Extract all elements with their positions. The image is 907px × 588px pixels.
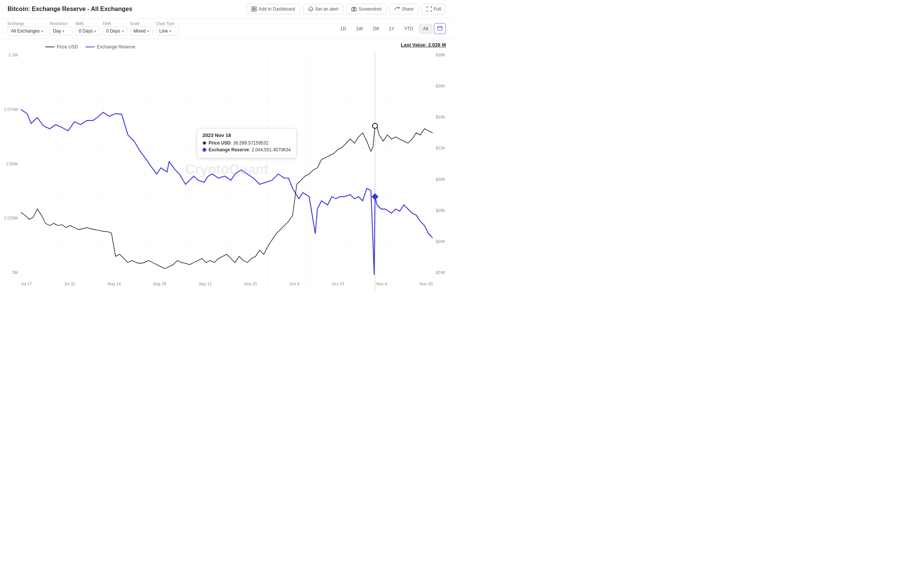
x-label-5: Sep 25	[244, 281, 257, 286]
time-btn-ytd[interactable]: YTD	[400, 24, 418, 34]
chart-type-select[interactable]: Line ▾	[156, 27, 179, 35]
legend-price-label: Price USD	[57, 44, 78, 50]
set-alert-label: Set an alert	[315, 6, 338, 12]
x-label-0: Jul 17	[21, 281, 32, 286]
y-left-label-4: 2M	[12, 270, 18, 275]
header-actions: Add to Dashboard Set an alert Screenshot…	[247, 4, 446, 14]
calendar-button[interactable]	[434, 23, 446, 34]
time-btn-1y[interactable]: 1Y	[385, 24, 399, 34]
controls-bar: Exchange All Exchanges ▾ Resolution Day …	[0, 19, 454, 39]
calendar-icon	[437, 26, 442, 30]
x-label-6: Oct 9	[290, 281, 300, 286]
exchange-chevron-icon: ▾	[41, 29, 43, 33]
ema-label: EMA	[103, 22, 127, 26]
svg-rect-4	[352, 8, 356, 11]
sma-label: SMA	[75, 22, 99, 26]
page-title: Bitcoin: Exchange Reserve - All Exchange…	[8, 6, 132, 13]
exchange-reserve-line-icon	[85, 46, 95, 47]
screenshot-label: Screenshot	[359, 6, 381, 12]
scale-chevron-icon: ▾	[147, 29, 149, 33]
camera-icon	[351, 6, 357, 12]
chart-type-label: Chart Type	[156, 22, 179, 26]
y-right-label-4: $30K	[436, 177, 445, 182]
y-axis-left: 2.1M 2.075M 2.05M 2.025M 2M	[0, 53, 21, 275]
y-left-label-2: 2.05M	[6, 161, 18, 166]
reserve-tooltip-dot	[371, 193, 378, 200]
screenshot-button[interactable]: Screenshot	[346, 4, 386, 14]
chart-area: Price USD Exchange Reserve Last Value: 2…	[0, 39, 454, 288]
y-axis-right: $38K $36K $34K $32K $30K $28K $26K $24K	[433, 53, 454, 275]
set-alert-button[interactable]: Set an alert	[303, 4, 343, 14]
resolution-value: Day	[53, 29, 61, 34]
y-right-label-6: $26K	[436, 239, 445, 244]
chart-type-value: Line	[159, 29, 168, 34]
y-right-label-7: $24K	[436, 270, 445, 275]
ema-select[interactable]: 0 Days ▾	[103, 27, 127, 35]
y-left-label-1: 2.075M	[4, 107, 18, 112]
svg-rect-1	[255, 7, 256, 9]
scale-label: Scale	[130, 22, 153, 26]
exchange-label: Exchange	[8, 22, 46, 26]
x-label-2: Aug 14	[107, 281, 121, 286]
exchange-select[interactable]: All Exchanges ▾	[8, 27, 46, 35]
time-btn-all[interactable]: All	[419, 24, 432, 34]
svg-rect-6	[437, 27, 442, 30]
dashboard-icon	[252, 6, 256, 12]
resolution-select[interactable]: Day ▾	[50, 27, 72, 35]
header: Bitcoin: Exchange Reserve - All Exchange…	[0, 0, 454, 19]
sma-value: 0 Days	[79, 29, 93, 34]
legend: Price USD Exchange Reserve	[23, 41, 431, 53]
y-left-label-0: 2.1M	[9, 53, 18, 57]
y-right-label-3: $32K	[436, 146, 445, 150]
sma-chevron-icon: ▾	[94, 29, 96, 33]
full-button[interactable]: Full	[422, 4, 446, 14]
add-dashboard-button[interactable]: Add to Dashboard	[247, 4, 300, 14]
chart-svg	[21, 53, 433, 291]
x-label-8: Nov 6	[376, 281, 387, 286]
y-right-label-2: $34K	[436, 115, 445, 119]
y-left-label-3: 2.025M	[4, 216, 18, 220]
scale-select[interactable]: Mixed ▾	[130, 27, 153, 35]
exchange-value: All Exchanges	[11, 29, 40, 34]
resolution-control: Resolution Day ▾	[50, 22, 72, 35]
ema-value: 0 Days	[106, 29, 120, 34]
time-btn-1d[interactable]: 1D	[336, 24, 350, 34]
ema-control: EMA 0 Days ▾	[103, 22, 127, 35]
share-button[interactable]: Share	[389, 4, 419, 14]
exchange-control: Exchange All Exchanges ▾	[8, 22, 46, 35]
chart-type-control: Chart Type Line ▾	[156, 22, 179, 35]
x-label-7: Oct 23	[332, 281, 344, 286]
legend-exchange-reserve: Exchange Reserve	[85, 44, 135, 50]
legend-bar: Price USD Exchange Reserve Last Value: 2…	[0, 39, 454, 53]
scale-value: Mixed	[134, 29, 146, 34]
add-dashboard-label: Add to Dashboard	[258, 6, 295, 12]
full-label: Full	[434, 6, 441, 12]
y-right-label-0: $38K	[436, 53, 445, 57]
bell-icon	[308, 6, 313, 12]
chart-wrapper: CryptoQuant 2.1M 2.075M 2.05M 2.025M 2M …	[0, 53, 454, 286]
sma-control: SMA 0 Days ▾	[75, 22, 99, 35]
y-right-label-5: $28K	[436, 208, 445, 213]
resolution-label: Resolution	[50, 22, 72, 26]
scale-control: Scale Mixed ▾	[130, 22, 153, 35]
x-label-1: Jul 31	[64, 281, 75, 286]
legend-price-usd: Price USD	[45, 44, 78, 50]
fullscreen-icon	[426, 6, 432, 12]
price-usd-line-icon	[45, 46, 54, 47]
legend-reserve-label: Exchange Reserve	[97, 44, 135, 50]
time-controls: 1D 1W 1M 1Y YTD All	[336, 23, 446, 34]
resolution-chevron-icon: ▾	[62, 29, 64, 33]
x-axis: Jul 17 Jul 31 Aug 14 Aug 28 Sep 11 Sep 2…	[21, 281, 433, 286]
time-btn-1m[interactable]: 1M	[369, 24, 383, 34]
price-tooltip-dot	[372, 123, 377, 128]
svg-rect-3	[255, 10, 256, 11]
x-label-4: Sep 11	[199, 281, 212, 286]
svg-rect-2	[252, 10, 254, 11]
chart-type-chevron-icon: ▾	[169, 29, 171, 33]
y-right-label-1: $36K	[436, 84, 445, 88]
share-icon	[394, 6, 400, 12]
sma-select[interactable]: 0 Days ▾	[75, 27, 99, 35]
x-label-9: Nov 20	[420, 281, 433, 286]
time-btn-1w[interactable]: 1W	[352, 24, 367, 34]
ema-chevron-icon: ▾	[122, 29, 124, 33]
